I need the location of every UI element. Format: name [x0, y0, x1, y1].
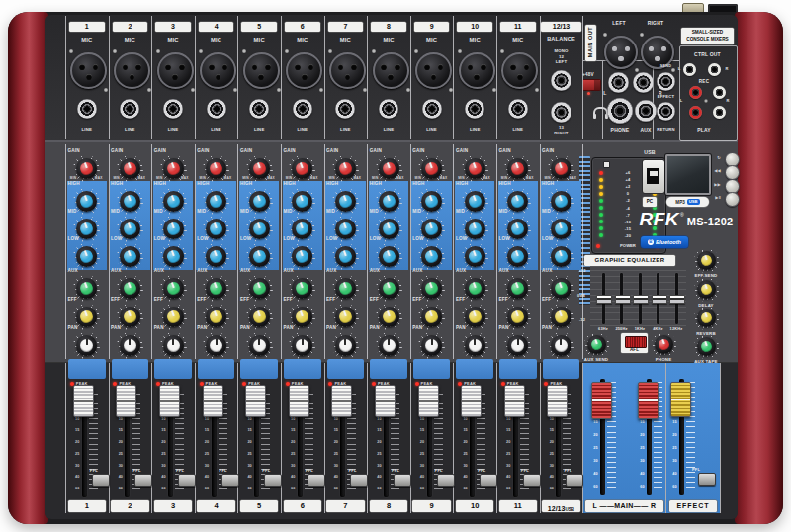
low-knob[interactable]	[548, 243, 574, 270]
channel-fader[interactable]	[375, 385, 396, 417]
line-label: LINE	[248, 128, 270, 132]
channel-fader[interactable]	[159, 385, 180, 417]
pfl-button[interactable]	[264, 474, 282, 487]
pan-knob[interactable]	[548, 332, 574, 359]
aux-knob[interactable]	[332, 275, 359, 302]
aux-knob[interactable]	[418, 275, 445, 302]
pan-knob[interactable]	[504, 332, 531, 359]
effect-fader[interactable]	[670, 382, 691, 417]
low-knob[interactable]	[246, 243, 273, 270]
low-knob[interactable]	[117, 243, 143, 270]
aux-knob[interactable]	[376, 275, 402, 302]
mix-knob[interactable]	[652, 332, 676, 357]
pan-knob[interactable]	[203, 332, 229, 359]
high-knob[interactable]	[203, 188, 229, 215]
pan-knob[interactable]	[332, 332, 359, 359]
aux-knob[interactable]	[203, 275, 229, 302]
geq-slider-cap[interactable]	[615, 295, 631, 304]
pan-knob[interactable]	[376, 332, 402, 359]
high-knob[interactable]	[160, 188, 187, 215]
strip-separator	[582, 16, 583, 139]
fx-knob[interactable]	[694, 248, 719, 273]
fx-knob[interactable]	[694, 277, 719, 302]
low-knob[interactable]	[332, 243, 359, 270]
low-knob[interactable]	[462, 243, 488, 270]
fx-knob[interactable]	[694, 334, 719, 359]
channel-fader[interactable]	[461, 385, 482, 417]
pfl-button[interactable]	[178, 474, 196, 487]
aux-knob[interactable]	[73, 275, 100, 302]
aux-knob[interactable]	[117, 275, 143, 302]
pfl-button[interactable]	[394, 474, 411, 487]
pan-knob[interactable]	[246, 332, 273, 359]
pfl-button[interactable]	[221, 474, 239, 487]
pfl-button[interactable]	[92, 474, 110, 487]
geq-freq-label: 12KHz	[666, 327, 686, 331]
pan-knob[interactable]	[117, 332, 143, 359]
channel-fader[interactable]	[245, 385, 266, 417]
high-knob[interactable]	[289, 188, 315, 215]
pfl-button[interactable]	[134, 474, 152, 487]
channel-fader[interactable]	[116, 385, 136, 417]
phantom-switch[interactable]	[582, 79, 601, 91]
main-r-fader[interactable]	[638, 382, 659, 419]
strip-separator	[195, 16, 196, 139]
pan-knob[interactable]	[289, 332, 315, 359]
high-knob[interactable]	[462, 188, 488, 215]
channel-fader[interactable]	[73, 385, 94, 417]
high-knob[interactable]	[117, 188, 143, 215]
main-l-fader[interactable]	[591, 382, 612, 419]
pfl-button[interactable]	[437, 474, 455, 487]
channel-fader[interactable]	[203, 385, 223, 417]
channel-fader[interactable]	[418, 385, 439, 417]
high-knob[interactable]	[504, 188, 531, 215]
high-knob[interactable]	[332, 188, 359, 215]
low-knob[interactable]	[376, 243, 402, 270]
channel-fader[interactable]	[504, 385, 525, 417]
high-knob[interactable]	[376, 188, 402, 215]
low-knob[interactable]	[289, 243, 315, 270]
high-knob[interactable]	[246, 188, 273, 215]
pfl-button[interactable]	[698, 473, 716, 486]
geq-slider-cap[interactable]	[669, 295, 685, 304]
pfl-button[interactable]	[480, 474, 497, 487]
geq-slider-cap[interactable]	[596, 295, 612, 304]
pan-knob[interactable]	[418, 332, 445, 359]
low-knob[interactable]	[160, 243, 187, 270]
transport-button[interactable]	[725, 192, 740, 207]
previous-icon: ◀◀	[705, 169, 721, 173]
aux-knob[interactable]	[289, 275, 315, 302]
low-knob[interactable]	[418, 243, 445, 270]
pfl-button[interactable]	[308, 474, 325, 487]
low-knob[interactable]	[504, 243, 531, 270]
transport-button[interactable]	[725, 165, 740, 180]
row-r-label: R	[725, 99, 731, 103]
low-knob[interactable]	[73, 243, 100, 270]
high-knob[interactable]	[548, 188, 574, 215]
knob-label: PAN	[284, 326, 294, 331]
rec-r-rca	[713, 86, 726, 99]
aux-knob[interactable]	[246, 275, 273, 302]
aux-knob[interactable]	[548, 275, 574, 302]
aux-knob[interactable]	[504, 275, 531, 302]
high-knob[interactable]	[73, 188, 100, 215]
pfl-button[interactable]	[350, 474, 368, 487]
mix-knob[interactable]	[584, 332, 609, 357]
low-knob[interactable]	[203, 243, 229, 270]
channel-fader[interactable]	[331, 385, 352, 417]
pan-knob[interactable]	[462, 332, 488, 359]
geq-slider-cap[interactable]	[633, 295, 649, 304]
aux-knob[interactable]	[160, 275, 187, 302]
fader-scale-value: 20	[205, 440, 209, 444]
channel-fader[interactable]	[289, 385, 309, 417]
pfl-button[interactable]	[523, 474, 541, 487]
aux-knob[interactable]	[462, 275, 488, 302]
channel-fader[interactable]	[547, 385, 568, 417]
fx-knob[interactable]	[694, 306, 719, 330]
pfl-button[interactable]	[566, 474, 583, 487]
afl-switch[interactable]: AFL	[621, 333, 648, 353]
pan-knob[interactable]	[160, 332, 187, 359]
geq-slider-cap[interactable]	[652, 295, 667, 304]
pan-knob[interactable]	[73, 332, 100, 359]
high-knob[interactable]	[418, 188, 445, 215]
